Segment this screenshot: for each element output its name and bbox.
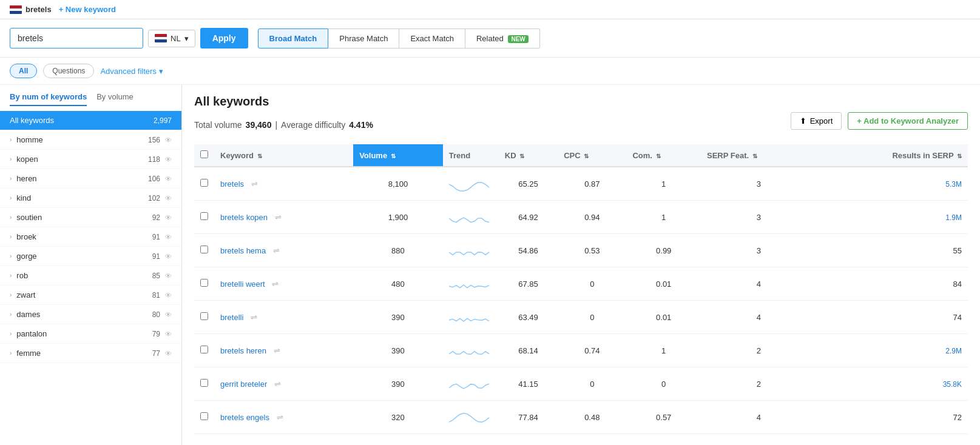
keyword-settings-icon[interactable]: ⇌ xyxy=(272,279,279,289)
list-item[interactable]: ›zwart 81👁 xyxy=(0,286,181,305)
row-checkbox-cell[interactable] xyxy=(194,201,214,234)
export-button[interactable]: ⬆ Export xyxy=(791,112,842,130)
eye-icon[interactable]: 👁 xyxy=(165,214,172,221)
row-checkbox-cell[interactable] xyxy=(194,301,214,334)
filter-all[interactable]: All xyxy=(10,64,37,78)
list-item[interactable]: ›homme 156👁 xyxy=(0,130,181,150)
tab-phrase-match[interactable]: Phrase Match xyxy=(328,28,399,49)
list-item[interactable]: ›rob 85👁 xyxy=(0,266,181,286)
results-link[interactable]: 35.8K xyxy=(943,380,962,389)
tab-exact-match[interactable]: Exact Match xyxy=(399,28,465,49)
serp-feat-cell: 3 xyxy=(701,201,817,234)
new-keyword-button[interactable]: + New keyword xyxy=(59,5,116,14)
eye-icon[interactable]: 👁 xyxy=(165,136,172,144)
list-item[interactable]: ›pantalon 79👁 xyxy=(0,324,181,344)
tab-related[interactable]: Related NEW xyxy=(465,28,540,49)
results-link[interactable]: 1.9M xyxy=(945,213,962,222)
volume-cell: 390 xyxy=(353,367,443,401)
row-checkbox-cell[interactable] xyxy=(194,267,214,301)
list-item[interactable]: ›dames 80👁 xyxy=(0,305,181,324)
keyword-link[interactable]: bretels hema xyxy=(220,246,266,255)
row-checkbox-cell[interactable] xyxy=(194,234,214,267)
results-link[interactable]: 5.3M xyxy=(945,180,962,189)
eye-icon[interactable]: 👁 xyxy=(165,233,172,241)
avg-difficulty-value: 4.41% xyxy=(349,120,373,130)
kd-cell: 65.25 xyxy=(499,167,558,201)
row-checkbox[interactable] xyxy=(200,379,208,387)
row-checkbox-cell[interactable] xyxy=(194,367,214,401)
eye-icon[interactable]: 👁 xyxy=(165,253,172,260)
eye-icon[interactable]: 👁 xyxy=(165,156,172,163)
keyword-link[interactable]: bretels xyxy=(220,179,244,189)
keyword-cell: rode bretels ⇌ xyxy=(214,434,353,446)
row-checkbox[interactable] xyxy=(200,212,208,220)
eye-icon[interactable]: 👁 xyxy=(165,292,172,299)
search-input[interactable] xyxy=(10,28,143,49)
row-checkbox-cell[interactable] xyxy=(194,401,214,434)
eye-icon[interactable]: 👁 xyxy=(165,175,172,182)
keyword-settings-icon[interactable]: ⇌ xyxy=(277,413,283,422)
sidebar-tab-by-volume[interactable]: By volume xyxy=(96,92,133,106)
col-com[interactable]: Com. ⇅ xyxy=(626,144,701,167)
list-item[interactable]: ›soutien 92👁 xyxy=(0,208,181,227)
keyword-settings-icon[interactable]: ⇌ xyxy=(273,246,280,255)
list-item[interactable]: ›heren 106👁 xyxy=(0,169,181,189)
eye-icon[interactable]: 👁 xyxy=(165,195,172,202)
eye-icon[interactable]: 👁 xyxy=(165,350,172,357)
advanced-filters-button[interactable]: Advanced filters ▾ xyxy=(100,67,163,76)
col-kd[interactable]: KD ⇅ xyxy=(499,144,558,167)
list-item[interactable]: ›kopen 118👁 xyxy=(0,150,181,169)
row-checkbox-cell[interactable] xyxy=(194,434,214,446)
row-checkbox[interactable] xyxy=(200,179,208,187)
results-link[interactable]: 2.9M xyxy=(945,347,962,355)
keyword-link[interactable]: bretels heren xyxy=(220,346,266,355)
cpc-cell: 0.87 xyxy=(558,167,626,201)
add-keyword-analyzer-button[interactable]: + Add to Keyword Analyzer xyxy=(848,112,968,130)
keyword-tab[interactable]: bretels xyxy=(10,5,52,14)
select-all-checkbox[interactable] xyxy=(200,150,208,158)
row-checkbox[interactable] xyxy=(200,279,208,287)
keyword-settings-icon[interactable]: ⇌ xyxy=(251,179,258,189)
eye-icon[interactable]: 👁 xyxy=(165,272,172,279)
apply-button[interactable]: Apply xyxy=(200,28,248,49)
list-item[interactable]: ›gorge 91👁 xyxy=(0,247,181,266)
select-all-checkbox-header[interactable] xyxy=(194,144,214,167)
row-checkbox-cell[interactable] xyxy=(194,334,214,367)
col-results-serp[interactable]: Results in SERP ⇅ xyxy=(817,144,968,167)
col-trend[interactable]: Trend xyxy=(443,144,499,167)
col-serp-feat[interactable]: SERP Feat. ⇅ xyxy=(701,144,817,167)
results-serp-cell: 84 xyxy=(817,267,968,301)
keyword-settings-icon[interactable]: ⇌ xyxy=(275,213,282,222)
row-checkbox[interactable] xyxy=(200,412,208,420)
keyword-link[interactable]: bretelli weert xyxy=(220,279,265,289)
col-cpc[interactable]: CPC ⇅ xyxy=(558,144,626,167)
row-checkbox-cell[interactable] xyxy=(194,167,214,201)
sidebar-item-all-keywords[interactable]: All keywords 2,997 xyxy=(0,111,181,130)
keyword-settings-icon[interactable]: ⇌ xyxy=(251,313,257,322)
list-item[interactable]: ›femme 77👁 xyxy=(0,344,181,363)
eye-icon[interactable]: 👁 xyxy=(165,330,172,338)
keyword-link[interactable]: bretels kopen xyxy=(220,213,268,222)
country-selector[interactable]: NL ▾ xyxy=(148,30,195,47)
col-keyword[interactable]: Keyword ⇅ xyxy=(214,144,353,167)
keyword-link[interactable]: bretelli xyxy=(220,313,243,322)
list-item[interactable]: ›kind 102👁 xyxy=(0,189,181,208)
row-checkbox[interactable] xyxy=(200,312,208,320)
total-volume-value: 39,460 xyxy=(246,120,272,130)
list-item[interactable]: ›broek 91👁 xyxy=(0,227,181,247)
keyword-settings-icon[interactable]: ⇌ xyxy=(274,380,281,389)
content-area: All keywords Total volume 39,460 | Avera… xyxy=(182,85,980,445)
eye-icon[interactable]: 👁 xyxy=(165,311,172,318)
results-serp-cell: 2.9M xyxy=(817,334,968,367)
sidebar-tab-by-num[interactable]: By num of keywords xyxy=(10,92,87,106)
trend-cell xyxy=(443,334,499,367)
row-checkbox[interactable] xyxy=(200,346,208,353)
tab-broad-match[interactable]: Broad Match xyxy=(258,28,329,49)
row-checkbox[interactable] xyxy=(200,246,208,253)
filter-questions[interactable]: Questions xyxy=(43,64,94,78)
keyword-link[interactable]: gerrit breteler xyxy=(220,380,267,389)
keyword-settings-icon[interactable]: ⇌ xyxy=(274,346,280,355)
keyword-link[interactable]: bretels engels xyxy=(220,413,269,422)
keyword-cell: bretels engels ⇌ xyxy=(214,401,353,434)
col-volume[interactable]: Volume ⇅ xyxy=(353,144,443,167)
